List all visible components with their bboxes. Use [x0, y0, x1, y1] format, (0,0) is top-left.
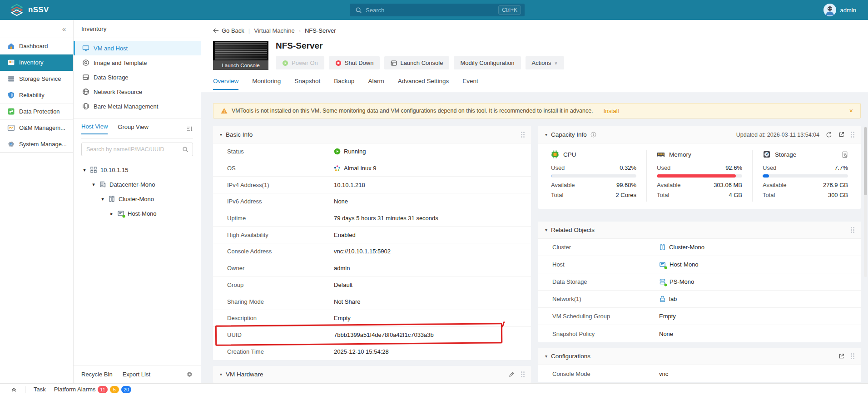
caret-down-icon[interactable]: ▾ [100, 196, 105, 202]
tree-node-system[interactable]: ▾ 10.10.1.15 [81, 163, 193, 177]
row-snapshot-policy: Snapshot Policy None [538, 325, 861, 342]
tree-node-cluster[interactable]: ▾ Cluster-Mono [81, 192, 193, 206]
tree-node-datacenter[interactable]: ▾ Datacenter-Mono [81, 177, 193, 192]
panel-item-bare-metal[interactable]: Bare Metal Management [74, 99, 201, 114]
drag-handle-icon[interactable] [521, 132, 525, 138]
network-link[interactable]: lab [659, 296, 677, 302]
sidebar-item-dashboard[interactable]: Dashboard [0, 38, 73, 54]
panel-item-vm-and-host[interactable]: VM and Host [74, 41, 201, 55]
scrollbar[interactable] [864, 127, 867, 277]
sidebar-item-label: O&M Managem... [19, 124, 65, 131]
caret-down-icon[interactable]: ▾ [91, 182, 96, 188]
breadcrumb-section[interactable]: Virtual Machine [254, 27, 294, 34]
external-link-icon[interactable] [838, 132, 844, 138]
caret-down-icon[interactable]: ▾ [82, 167, 87, 173]
panel-item-label: Data Storage [94, 74, 129, 81]
external-link-icon[interactable] [838, 353, 844, 359]
storage-report-icon[interactable] [842, 151, 848, 158]
platform-alarms[interactable]: Platform Alarms 11 5 20 [54, 386, 131, 393]
expand-panel-icon[interactable] [11, 386, 17, 392]
edit-pencil-icon[interactable] [509, 371, 515, 377]
panel-item-network-resource[interactable]: Network Resource [74, 84, 201, 99]
capacity-gauges: CPU Used0.32% Available99.68% Total2 Cor… [538, 143, 861, 209]
critical-alarms-badge[interactable]: 11 [98, 386, 107, 393]
tab-advanced-settings[interactable]: Advanced Settings [398, 78, 449, 90]
power-on-button[interactable]: Power On [276, 56, 324, 69]
data-storage-link[interactable]: PS-Mono [659, 278, 694, 286]
tab-overview[interactable]: Overview [213, 78, 238, 90]
host-tree: ▾ 10.10.1.15 ▾ Datacenter-Mono [81, 163, 193, 221]
tree-node-label: 10.10.1.15 [100, 167, 128, 173]
panel-item-data-storage[interactable]: Data Storage [74, 70, 201, 84]
go-back-link[interactable]: Go Back [213, 27, 244, 34]
tree-node-label: Host-Mono [128, 210, 157, 217]
sidebar-item-om-management[interactable]: O&M Managem... [0, 120, 73, 136]
drag-handle-icon[interactable] [851, 353, 854, 359]
tree-node-host[interactable]: ▸ Host-Mono [81, 206, 193, 221]
tab-snapshot[interactable]: Snapshot [294, 78, 320, 90]
host-link[interactable]: Host-Mono [659, 261, 699, 268]
panel-item-label: Network Resource [94, 89, 142, 95]
launch-console-button[interactable]: Launch Console [384, 56, 449, 69]
tab-backup[interactable]: Backup [334, 78, 354, 90]
global-search-input[interactable]: Search Ctrl+K [350, 4, 525, 16]
info-alarms-badge[interactable]: 20 [121, 386, 131, 393]
sidebar-item-label: Reliability [19, 92, 45, 99]
actions-button[interactable]: Actions ∨ [526, 56, 564, 69]
breadcrumb-current: NFS-Server [305, 27, 336, 34]
cluster-link[interactable]: Cluster-Mono [659, 244, 704, 251]
user-menu[interactable]: admin [823, 0, 856, 20]
collapse-triangle-icon[interactable]: ▾ [545, 354, 547, 359]
related-objects-title: Related Objects [551, 227, 595, 233]
shut-down-button[interactable]: Shut Down [329, 56, 380, 69]
sort-icon[interactable] [186, 125, 193, 132]
tree-search-input[interactable]: Search by name/IP/MAC/UUID [81, 143, 193, 156]
sidebar-item-reliability[interactable]: Reliability [0, 87, 73, 104]
recycle-bin-link[interactable]: Recycle Bin [81, 371, 113, 378]
info-icon[interactable] [590, 132, 596, 138]
sidebar-item-storage-service[interactable]: Storage Service [0, 71, 73, 87]
data-protection-icon [7, 108, 15, 115]
console-thumbnail[interactable]: Launch Console [213, 41, 268, 70]
modify-configuration-button[interactable]: Modify Configuration [454, 56, 521, 69]
tab-monitoring[interactable]: Monitoring [252, 78, 281, 90]
tab-event[interactable]: Event [462, 78, 478, 90]
drag-handle-icon[interactable] [851, 132, 854, 138]
almalinux-icon [334, 165, 341, 172]
scrollbar-thumb[interactable] [864, 127, 867, 195]
tab-alarm[interactable]: Alarm [368, 78, 384, 90]
tab-group-view[interactable]: Group View [118, 123, 149, 134]
gear-icon[interactable] [186, 371, 193, 378]
cluster-icon [108, 195, 115, 202]
vm-title: NFS-Server [276, 41, 564, 51]
panel-item-image-and-template[interactable]: Image and Template [74, 55, 201, 70]
collapse-triangle-icon[interactable]: ▾ [545, 227, 547, 232]
row-sharing-mode: Sharing Mode Not Share [213, 293, 531, 310]
refresh-icon[interactable] [826, 132, 832, 138]
collapse-sidebar-icon[interactable]: « [62, 25, 66, 33]
collapse-triangle-icon[interactable]: ▾ [220, 132, 222, 137]
cluster-icon [659, 244, 666, 251]
thumbnail-launch-console-label[interactable]: Launch Console [213, 60, 268, 70]
row-ipv6: IPv6 Address None [213, 193, 531, 210]
collapse-triangle-icon[interactable]: ▾ [220, 372, 222, 377]
drag-handle-icon[interactable] [851, 227, 854, 233]
row-group: Group Default [213, 277, 531, 294]
caret-right-icon[interactable]: ▸ [109, 211, 114, 217]
task-link[interactable]: Task [34, 386, 46, 393]
sidebar-item-system-management[interactable]: System Manage... [0, 136, 73, 153]
close-icon[interactable]: × [849, 107, 853, 114]
sidebar-item-inventory[interactable]: Inventory [0, 54, 73, 71]
brand[interactable]: nSSV [0, 3, 49, 17]
warning-alarms-badge[interactable]: 5 [110, 386, 119, 393]
row-uptime: Uptime 79 days 5 hours 31 minutes 31 sec… [213, 210, 531, 227]
drag-handle-icon[interactable] [521, 371, 525, 377]
install-link[interactable]: Install [604, 108, 619, 114]
host-icon [659, 261, 666, 268]
shut-down-icon [335, 60, 342, 66]
sidebar-item-data-protection[interactable]: Data Protection [0, 104, 73, 120]
tab-host-view[interactable]: Host View [81, 123, 108, 134]
collapse-triangle-icon[interactable]: ▾ [545, 132, 547, 137]
export-list-link[interactable]: Export List [123, 371, 150, 378]
system-management-icon [7, 140, 15, 148]
